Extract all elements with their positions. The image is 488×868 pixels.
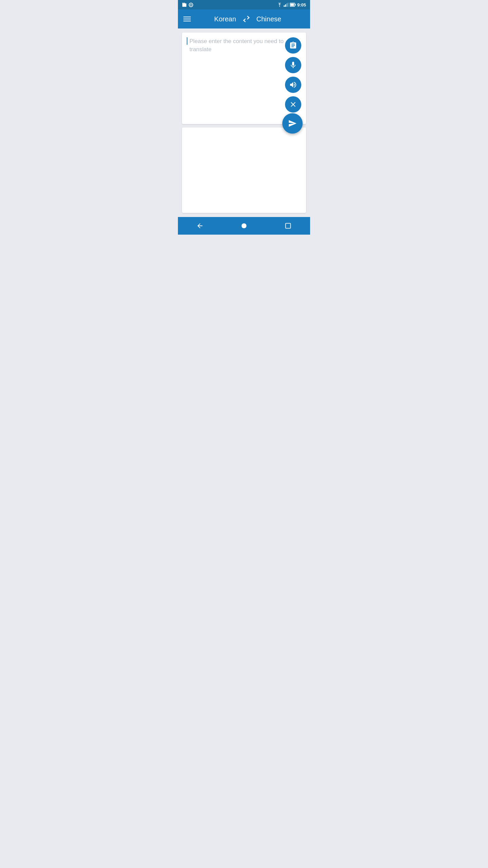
source-language[interactable]: Korean [214,15,236,23]
input-panel: Please enter the content you need to tra… [182,33,306,124]
svg-rect-10 [288,3,288,7]
speaker-icon [289,81,297,89]
sync-icon [189,3,193,7]
text-cursor [187,37,187,45]
svg-point-14 [242,223,247,229]
clipboard-icon [289,41,297,50]
back-icon [196,222,204,230]
close-icon [289,100,297,108]
svg-rect-8 [285,4,286,7]
translate-button[interactable] [282,113,303,134]
send-button-wrapper [282,113,303,134]
svg-point-6 [279,6,280,7]
status-bar-left [182,2,193,7]
swap-languages-button[interactable] [242,14,251,24]
recent-apps-icon [284,222,292,230]
main-content: Please enter the content you need to tra… [178,28,310,217]
wifi-icon [277,3,282,7]
clipboard-button[interactable] [285,37,301,54]
menu-line-2 [183,19,191,19]
recent-apps-button[interactable] [284,222,292,230]
home-icon [240,222,248,230]
svg-rect-9 [286,3,287,7]
back-button[interactable] [196,222,204,230]
svg-rect-2 [183,3,184,4]
status-time: 9:05 [297,2,306,7]
sd-card-icon [182,2,187,7]
svg-rect-13 [290,4,294,6]
status-bar: 9:05 [178,0,310,9]
svg-rect-1 [182,3,183,4]
microphone-icon [289,61,297,69]
menu-line-1 [183,17,191,17]
input-actions [285,37,301,113]
clear-button[interactable] [285,96,301,113]
menu-line-3 [183,21,191,21]
svg-rect-15 [286,223,291,229]
menu-button[interactable] [183,17,191,21]
toolbar: Korean Chinese [178,9,310,28]
svg-point-5 [190,4,192,5]
svg-rect-12 [295,4,296,6]
battery-icon [290,3,296,7]
language-selector: Korean Chinese [191,14,305,24]
target-language[interactable]: Chinese [257,15,281,23]
output-panel [182,127,306,213]
signal-icon [284,3,288,7]
microphone-button[interactable] [285,57,301,73]
svg-rect-3 [184,3,185,4]
svg-rect-7 [284,5,285,7]
speaker-button[interactable] [285,77,301,93]
status-bar-right: 9:05 [277,2,306,7]
home-button[interactable] [240,222,248,230]
bottom-nav [178,217,310,235]
send-icon [288,119,297,128]
